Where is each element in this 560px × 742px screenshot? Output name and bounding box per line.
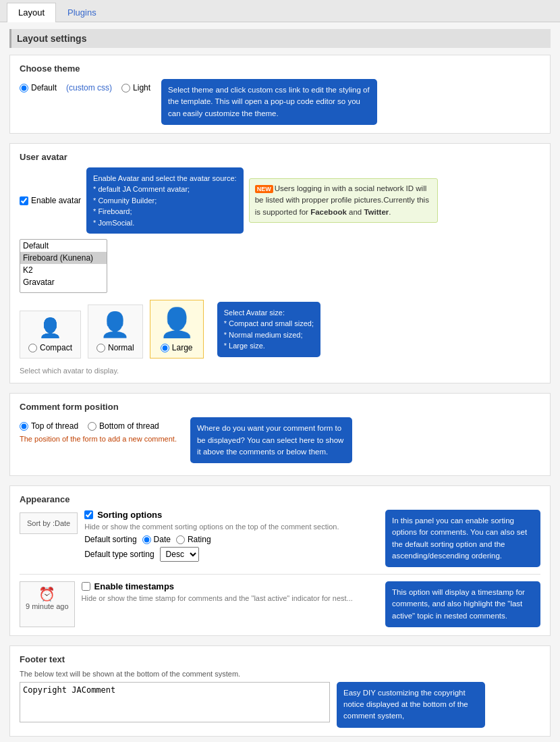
clock-icon: ⏰ bbox=[26, 586, 69, 602]
sorting-tooltip: In this panel you can enable sorting opt… bbox=[385, 510, 540, 567]
sorting-options: Sorting options Hide or show the comment… bbox=[84, 510, 379, 567]
avatar-label: User avatar bbox=[20, 152, 540, 162]
sort-rating-label: Rating bbox=[188, 535, 211, 544]
default-type-label: Default type sorting bbox=[84, 550, 154, 559]
tab-bar: Layout Plugins bbox=[0, 0, 560, 22]
default-sorting-row: Default sorting Date Rating bbox=[84, 535, 379, 544]
avatar-large: 👤 Large bbox=[150, 300, 204, 359]
enable-avatar-row: Enable avatar Enable Avatar and select t… bbox=[20, 167, 540, 234]
avatar-compact: 👤 Compact bbox=[20, 311, 81, 359]
tab-layout[interactable]: Layout bbox=[7, 3, 56, 22]
clock-preview: ⏰ 9 minute ago bbox=[20, 581, 75, 627]
avatar-sizes: 👤 Compact 👤 Normal 👤 bbox=[20, 300, 320, 359]
footer-hint: The below text will be shown at the bott… bbox=[20, 670, 540, 678]
sorting-label: Sorting options bbox=[97, 510, 162, 520]
timestamp-label: Enable timestamps bbox=[94, 581, 175, 591]
avatar-size-tooltip: Select Avatar size: * Compact and small … bbox=[217, 302, 320, 357]
footer-tooltip: Easy DIY customizing the copyright notic… bbox=[337, 682, 485, 728]
avatar-block: User avatar Enable avatar Enable Avatar … bbox=[9, 143, 551, 384]
new-users-text: NEWUsers logging in with a social networ… bbox=[249, 178, 438, 223]
avatar-normal-text: Normal bbox=[108, 343, 134, 352]
default-type-row: Default type sorting Desc Asc bbox=[84, 547, 379, 562]
avatar-compact-icon: 👤 bbox=[38, 317, 62, 339]
theme-block: Choose theme Default (custom css) Light … bbox=[9, 55, 551, 134]
comment-form-label: Comment form position bbox=[20, 402, 540, 412]
sort-rating-radio[interactable]: Rating bbox=[176, 535, 211, 544]
clock-text: 9 minute ago bbox=[26, 602, 69, 610]
page-title: Layout settings bbox=[9, 29, 551, 48]
theme-label: Choose theme bbox=[20, 63, 540, 74]
sort-type-select[interactable]: Desc Asc bbox=[160, 547, 199, 562]
sorting-checkbox-row: Sorting options bbox=[84, 510, 379, 520]
form-position-hint: The position of the form to add a new co… bbox=[20, 435, 177, 443]
timestamp-checkbox[interactable] bbox=[82, 582, 90, 591]
avatar-select-hint: Select which avatar to display. bbox=[20, 367, 540, 375]
main-content: Layout settings Choose theme Default (cu… bbox=[0, 22, 560, 742]
footer-textarea[interactable]: Copyright JAComment bbox=[20, 682, 330, 722]
comment-form-block: Comment form position Top of thread Bott… bbox=[9, 393, 551, 476]
theme-light-label: Light bbox=[133, 83, 150, 92]
enable-avatar-checkbox-label[interactable]: Enable avatar bbox=[20, 196, 81, 205]
footer-label: Footer text bbox=[20, 654, 540, 664]
timestamp-inner: Enable timestamps Hide or show the time … bbox=[82, 581, 379, 627]
new-badge: NEW bbox=[255, 185, 273, 193]
avatar-option-default[interactable]: Default bbox=[20, 240, 107, 252]
form-position-tooltip: Where do you want your comment form to b… bbox=[190, 417, 352, 463]
top-thread-radio[interactable]: Top of thread bbox=[20, 421, 78, 431]
ts-checkbox-row: Enable timestamps bbox=[82, 581, 379, 591]
avatar-large-icon: 👤 bbox=[159, 306, 194, 339]
top-thread-label: Top of thread bbox=[31, 421, 78, 431]
avatar-option-k2[interactable]: K2 bbox=[20, 264, 107, 276]
avatar-option-gravatar[interactable]: Gravatar bbox=[20, 276, 107, 288]
sorting-hint: Hide or show the comment sorting options… bbox=[84, 523, 379, 531]
avatar-compact-label[interactable]: Compact bbox=[28, 343, 72, 352]
theme-row: Default (custom css) Light Select theme … bbox=[20, 79, 540, 125]
avatar-compact-text: Compact bbox=[40, 343, 72, 352]
footer-block: Footer text The below text will be shown… bbox=[9, 645, 551, 737]
default-sorting-label: Default sorting bbox=[84, 535, 136, 544]
theme-tooltip: Select theme and click custom css link t… bbox=[161, 79, 377, 125]
custom-css-link[interactable]: (custom css) bbox=[66, 83, 112, 92]
avatar-size-row: 👤 Compact 👤 Normal 👤 bbox=[20, 300, 540, 363]
form-position-options: Top of thread Bottom of thread The posit… bbox=[20, 417, 177, 443]
theme-light-radio[interactable]: Light bbox=[121, 83, 150, 92]
sort-date-radio[interactable]: Date bbox=[142, 535, 171, 544]
timestamp-hint: Hide or show the time stamp for comments… bbox=[82, 594, 379, 602]
avatar-normal: 👤 Normal bbox=[88, 304, 143, 359]
enable-avatar-checkbox[interactable] bbox=[20, 196, 28, 205]
theme-options: Default (custom css) Light bbox=[20, 79, 150, 92]
new-users-info: NEWUsers logging in with a social networ… bbox=[249, 178, 438, 223]
avatar-list-row: Default Fireboard (Kunena) K2 Gravatar bbox=[20, 239, 540, 293]
timestamp-section: ⏰ 9 minute ago Enable timestamps Hide or… bbox=[20, 581, 540, 627]
avatar-option-fireboard[interactable]: Fireboard (Kunena) bbox=[20, 252, 107, 264]
form-position-radio-group: Top of thread Bottom of thread bbox=[20, 421, 177, 431]
new-users-description: Users logging in with a social network I… bbox=[255, 184, 429, 216]
timestamp-tooltip: This option will display a timestamp for… bbox=[385, 581, 540, 627]
bottom-thread-radio[interactable]: Bottom of thread bbox=[88, 421, 159, 431]
appearance-label: Appearance bbox=[20, 494, 540, 504]
sort-preview: Sort by :Date bbox=[20, 512, 78, 534]
theme-default-label: Default bbox=[31, 83, 57, 92]
sort-date-label: Date bbox=[154, 535, 171, 544]
sorting-checkbox[interactable] bbox=[84, 510, 93, 519]
avatar-normal-icon: 👤 bbox=[100, 311, 130, 339]
form-position-row: Top of thread Bottom of thread The posit… bbox=[20, 417, 540, 463]
bottom-thread-label: Bottom of thread bbox=[99, 421, 159, 431]
theme-radio-group: Default (custom css) Light bbox=[20, 83, 150, 92]
avatar-tooltip: Enable Avatar and select the avatar sour… bbox=[86, 167, 244, 234]
avatar-normal-label[interactable]: Normal bbox=[96, 343, 134, 352]
appearance-block: Appearance Sort by :Date Sorting options… bbox=[9, 485, 551, 636]
avatar-listbox[interactable]: Default Fireboard (Kunena) K2 Gravatar bbox=[20, 239, 107, 293]
avatar-large-text: Large bbox=[172, 343, 193, 352]
tab-plugins[interactable]: Plugins bbox=[56, 3, 108, 22]
avatar-large-label[interactable]: Large bbox=[161, 343, 193, 352]
footer-row: Copyright JAComment Easy DIY customizing… bbox=[20, 682, 540, 728]
theme-default-radio[interactable]: Default bbox=[20, 83, 57, 92]
enable-avatar-text: Enable avatar bbox=[31, 196, 81, 205]
sorting-row: Sort by :Date Sorting options Hide or sh… bbox=[20, 510, 540, 567]
